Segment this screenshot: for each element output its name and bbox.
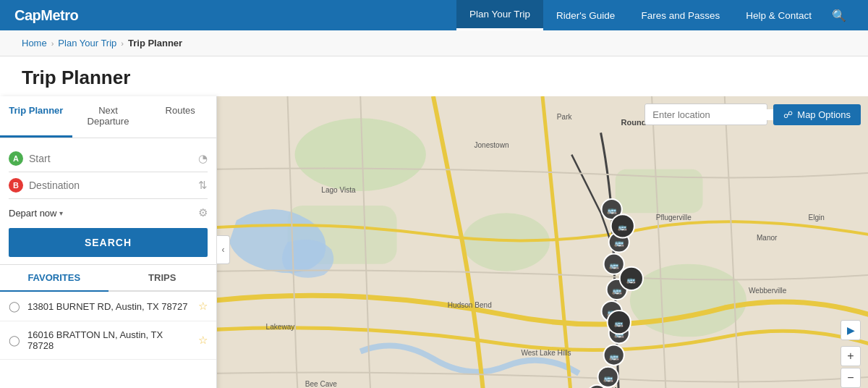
zoom-in-button[interactable]: + bbox=[841, 346, 861, 366]
trip-form: A ◔ B ⇅ Depart now ▾ ⚙ bbox=[0, 138, 216, 264]
start-icon: A bbox=[9, 151, 23, 166]
tab-routes[interactable]: Routes bbox=[144, 96, 216, 138]
depart-label[interactable]: Depart now ▾ bbox=[9, 208, 63, 219]
svg-text:Jonestown: Jonestown bbox=[474, 141, 509, 149]
list-item[interactable]: ◯ 13801 BURNET RD, Austin, TX 78727 ☆ bbox=[0, 292, 216, 321]
bottom-tabs: FAVORITES TRIPS bbox=[0, 264, 216, 292]
svg-text:🚌: 🚌 bbox=[609, 351, 619, 361]
breadcrumb-plan-your-trip[interactable]: Plan Your Trip bbox=[58, 38, 116, 48]
depart-row: Depart now ▾ ⚙ bbox=[9, 199, 208, 225]
breadcrumb-current: Trip Planner bbox=[128, 38, 182, 48]
sidebar-tabs: Trip Planner Next Departure Routes bbox=[0, 96, 216, 138]
svg-text:West Lake Hills: West Lake Hills bbox=[521, 349, 571, 357]
zoom-out-button[interactable]: − bbox=[841, 368, 861, 388]
map-options-button[interactable]: ☍ Map Options bbox=[773, 104, 861, 125]
breadcrumb-home[interactable]: Home bbox=[22, 38, 47, 48]
svg-text:🚌: 🚌 bbox=[607, 205, 617, 215]
address-text: 13801 BURNET RD, Austin, TX 78727 bbox=[27, 301, 191, 312]
settings-icon[interactable]: ⚙ bbox=[198, 206, 208, 219]
map-controls-top: 🔍 ☍ Map Options bbox=[644, 104, 861, 125]
depart-chevron-icon: ▾ bbox=[59, 209, 63, 217]
tab-trips[interactable]: TRIPS bbox=[109, 265, 217, 292]
nav-links: Plan Your Trip Rider's Guide Fares and P… bbox=[456, 0, 825, 30]
locate-button[interactable]: ▶ bbox=[841, 320, 861, 340]
start-input[interactable] bbox=[29, 153, 192, 164]
destination-input[interactable] bbox=[29, 180, 192, 191]
main-area: Trip Planner Next Departure Routes A ◔ B… bbox=[0, 96, 868, 388]
svg-text:Lakeway: Lakeway bbox=[266, 323, 296, 331]
destination-field-row: B ⇅ bbox=[9, 172, 208, 199]
tab-trip-planner[interactable]: Trip Planner bbox=[0, 96, 72, 138]
svg-text:🚌: 🚌 bbox=[603, 373, 613, 383]
swap-icon[interactable]: ⇅ bbox=[198, 179, 208, 192]
svg-text:Bee Cave: Bee Cave bbox=[305, 380, 338, 388]
svg-text:Pflugerville: Pflugerville bbox=[656, 214, 692, 222]
map-zoom-controls: ▶ + − bbox=[841, 320, 861, 388]
list-item[interactable]: ◯ 16016 BRATTON LN, Austin, TX 78728 ☆ bbox=[0, 321, 216, 360]
svg-point-2 bbox=[462, 213, 550, 271]
tab-next-departure[interactable]: Next Departure bbox=[72, 96, 145, 138]
collapse-arrow[interactable]: ‹ bbox=[217, 235, 230, 264]
page-content: Trip Planner Trip Planner Next Departure… bbox=[0, 56, 868, 388]
breadcrumb-sep-1: › bbox=[51, 39, 54, 48]
breadcrumb-sep-2: › bbox=[121, 39, 124, 48]
svg-text:🚌: 🚌 bbox=[614, 237, 624, 248]
logo: CapMetro bbox=[14, 7, 78, 24]
svg-text:🚌: 🚌 bbox=[609, 260, 619, 270]
tab-favorites[interactable]: FAVORITES bbox=[0, 265, 109, 292]
nav-link-fares-and-passes[interactable]: Fares and Passes bbox=[628, 0, 733, 30]
location-icon[interactable]: ◔ bbox=[198, 152, 208, 165]
search-button[interactable]: SEARCH bbox=[9, 228, 208, 257]
map-options-icon: ☍ bbox=[783, 109, 793, 120]
address-text: 16016 BRATTON LN, Austin, TX 78728 bbox=[27, 329, 191, 351]
svg-text:🚌: 🚌 bbox=[626, 275, 636, 284]
nav-link-plan-your-trip[interactable]: Plan Your Trip bbox=[456, 0, 543, 30]
svg-text:🚌: 🚌 bbox=[614, 319, 624, 328]
svg-text:Elgin: Elgin bbox=[808, 214, 824, 222]
svg-text:Hudson Bend: Hudson Bend bbox=[448, 301, 492, 309]
saved-locations: ◯ 13801 BURNET RD, Austin, TX 78727 ☆ ◯ … bbox=[0, 292, 216, 360]
star-icon[interactable]: ☆ bbox=[198, 300, 208, 313]
map-svg: 🚌 🚌 🚌 🚌 🚌 🚌 🚌 🚌 🚌 🚌 bbox=[217, 96, 868, 388]
map-search-box: 🔍 bbox=[644, 104, 767, 125]
svg-point-3 bbox=[630, 264, 746, 337]
page-title: Trip Planner bbox=[0, 56, 868, 96]
search-icon[interactable]: 🔍 bbox=[825, 9, 854, 22]
svg-text:🚌: 🚌 bbox=[618, 222, 627, 232]
svg-point-1 bbox=[295, 118, 426, 191]
star-icon[interactable]: ☆ bbox=[198, 334, 208, 347]
sidebar: Trip Planner Next Departure Routes A ◔ B… bbox=[0, 96, 217, 388]
pin-icon: ◯ bbox=[9, 334, 20, 346]
nav-link-riders-guide[interactable]: Rider's Guide bbox=[543, 0, 628, 30]
start-field-row: A ◔ bbox=[9, 146, 208, 172]
svg-text:Lago Vista: Lago Vista bbox=[321, 186, 356, 194]
svg-text:Park: Park bbox=[557, 113, 573, 121]
map-location-input[interactable] bbox=[652, 109, 774, 120]
svg-text:Webberville: Webberville bbox=[749, 287, 787, 295]
breadcrumb: Home › Plan Your Trip › Trip Planner bbox=[0, 30, 868, 56]
depart-text: Depart now bbox=[9, 208, 56, 219]
destination-icon: B bbox=[9, 178, 23, 193]
map-container: 🚌 🚌 🚌 🚌 🚌 🚌 🚌 🚌 🚌 🚌 bbox=[217, 96, 868, 388]
nav-bar: CapMetro Plan Your Trip Rider's Guide Fa… bbox=[0, 0, 868, 30]
pin-icon: ◯ bbox=[9, 300, 20, 312]
svg-text:🚌: 🚌 bbox=[612, 285, 622, 295]
svg-text:Manor: Manor bbox=[757, 234, 778, 242]
svg-text:Austin: Austin bbox=[593, 385, 623, 388]
nav-link-help-contact[interactable]: Help & Contact bbox=[733, 0, 825, 30]
map-options-label: Map Options bbox=[797, 109, 851, 120]
